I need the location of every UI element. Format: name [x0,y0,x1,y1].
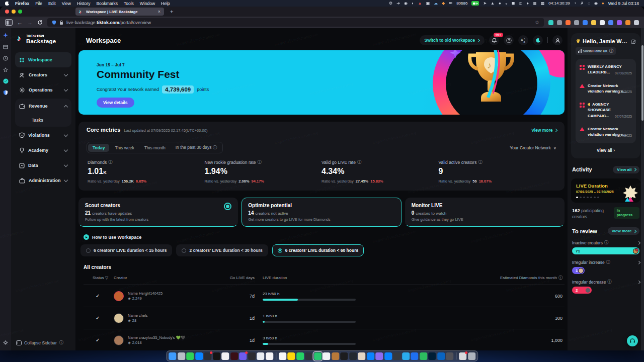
settings-icon[interactable]: ⚙ [389,2,392,6]
sync-icon[interactable]: ◒ [505,2,508,6]
dock-launchpad[interactable] [178,352,185,360]
square-app-icon[interactable]: ▣ [426,2,430,6]
dock-wallet[interactable] [358,352,365,360]
half-circle-icon[interactable]: ◐ [412,2,414,6]
save-icon[interactable] [608,20,613,25]
chip-duration-15h[interactable]: 6 creators' LIVE duration < 15 hours [80,244,172,256]
menubar-item[interactable]: File [35,1,42,6]
chip-duration-30h[interactable]: 2 creators' LIVE duration < 30 hours [176,244,268,256]
display-icon[interactable]: ▦ [533,2,537,6]
info-icon[interactable]: ⓘ [258,159,262,165]
dark-mode-toggle[interactable] [533,35,543,45]
review-irregular-increase[interactable]: Irregular increaseⓘ 1 [571,259,640,274]
notification-item[interactable]: Creator Network violation warning n... 0… [580,123,632,142]
shield-icon[interactable] [52,20,56,25]
account-icon[interactable] [557,20,562,25]
page-scrollbar[interactable] [641,28,644,350]
dock-screen-recorder[interactable] [314,352,321,360]
dock-settings[interactable] [446,352,453,360]
dock-messages[interactable] [186,352,194,360]
dock-photoshop[interactable] [428,352,436,360]
language-button[interactable]: Aa [518,35,528,45]
history-icon[interactable]: ◔ [574,2,577,6]
scout-creators-card[interactable]: Scout creators 21creators have updates F… [78,198,238,227]
ghostery-icon[interactable] [600,20,605,25]
mono-app-icon[interactable]: ◼ [512,2,515,6]
sidebar-item-workspace[interactable]: Workspace [15,52,71,67]
dock-evernote[interactable] [420,352,427,360]
camera-active-icon[interactable] [471,1,479,6]
notification-item[interactable]: Creator Network violation warning n... 0… [580,79,632,99]
dock-vscode[interactable] [437,352,445,360]
menubar-item[interactable]: History [77,1,90,6]
container-icon[interactable] [566,20,571,25]
dock-photos[interactable] [266,352,273,360]
scrollbar-thumb[interactable] [641,45,643,121]
notification-item[interactable]: WEEKLY AGENCY LEADERB... 07/08/2025 [580,60,632,79]
bookmark-star-icon[interactable] [3,67,9,72]
teal-service-icon[interactable] [3,78,9,84]
dock-do-not-disturb[interactable] [384,352,392,360]
apple-icon[interactable] [5,1,9,6]
dock-finder[interactable] [169,352,176,360]
dock-chrome[interactable] [323,352,330,360]
alert-red-icon[interactable]: ▲ [418,2,422,6]
collapse-sidebar-button[interactable]: Collapse Sidebar ⓘ [16,340,63,345]
sidebar-item-violations[interactable]: Violations [15,128,71,143]
carousel-dot[interactable] [583,197,585,199]
table-row[interactable]: ✓ Name Hergirl140425 ◈2,249 7d 23 h/60 h [84,285,565,307]
globe-icon[interactable]: ● [526,2,529,6]
menubar-clock[interactable]: Wed 9 Jul 03:18 [608,1,639,6]
dock-opera[interactable] [221,352,229,360]
shield-extension-icon[interactable] [3,90,9,96]
view-details-button[interactable]: View details [97,98,134,108]
dock-clay[interactable] [375,352,383,360]
optimize-potential-card[interactable]: Optimize potential 14creators not active… [242,198,401,227]
timer-readout[interactable]: 04:14:30:39 [548,1,570,6]
sidebar-item-revenue[interactable]: Revenue [15,99,71,114]
lock-icon[interactable] [59,20,63,25]
menubar-item[interactable]: Tools [124,1,134,6]
downloads-icon[interactable] [548,20,553,25]
how-to-use-link[interactable]: How to use Workspace [84,234,565,240]
support-chat-button[interactable] [627,335,638,346]
menubar-item[interactable]: Firefox [15,1,29,6]
sidebar-item-tasks[interactable]: Tasks [15,114,71,127]
bookmark-star-icon[interactable]: ☆ [535,20,539,25]
network-select[interactable]: Your Creator Network∨ [510,145,556,150]
reload-button[interactable] [37,20,43,25]
sidebar-item-data[interactable]: Data [15,158,71,173]
review-inactive-creators[interactable]: Inactive creatorsⓘ 71 [571,240,640,254]
menubar-item[interactable]: View [62,1,71,6]
switch-old-workspace-button[interactable]: Switch to old Workspace [420,35,485,45]
dock-whatsapp[interactable] [296,352,304,360]
close-tab-icon[interactable]: × [158,9,160,14]
url-bar[interactable]: live-backstage.tiktok.com/portal/overvie… [47,18,544,27]
back-button[interactable]: ← [17,20,23,26]
maximize-window-button[interactable] [18,10,22,14]
carousel-dot[interactable] [594,197,596,199]
tab-today[interactable]: Today [88,144,109,152]
activity-card[interactable]: LIVE Duration 07/01/2025 – 07/30/2025 [571,178,640,203]
notifications-bell-button[interactable]: 99+ [489,35,499,45]
carousel-dot[interactable] [587,197,589,199]
info-icon[interactable]: ⓘ [609,48,613,54]
circle-app-icon[interactable]: ◉ [404,2,408,6]
archive-icon[interactable] [3,44,9,49]
proxy-icon[interactable] [625,20,630,25]
tab-past-30-days[interactable]: In the past 30 days ⓘ [171,143,221,152]
sidebar-item-creators[interactable]: Creators [15,67,71,82]
user-switch-icon[interactable]: ◉ [594,2,598,6]
dock-mail[interactable] [411,352,418,360]
to-review-view-more-button[interactable]: View more [608,227,639,235]
forward-button[interactable]: → [27,20,33,26]
info-icon[interactable]: ⓘ [558,275,562,281]
dock-app-store[interactable] [195,352,203,360]
script-icon[interactable] [617,20,622,25]
info-icon[interactable]: ⓘ [478,159,482,165]
menubar-item[interactable]: Window [140,1,155,6]
dock-terminal[interactable] [340,352,348,360]
ai-sparkle-icon[interactable] [3,32,9,38]
minimize-window-button[interactable] [12,10,16,14]
view-all-notifications[interactable]: View all › [576,143,636,154]
